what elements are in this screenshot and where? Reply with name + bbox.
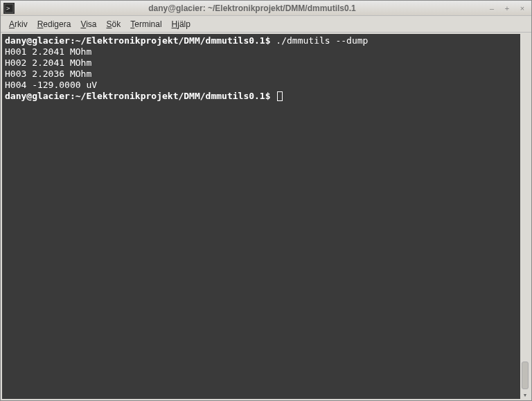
prompt-user: dany@glacier (5, 35, 70, 46)
terminal-area[interactable]: dany@glacier:~/Elektronikprojekt/DMM/dmm… (2, 34, 520, 399)
menu-visa[interactable]: Visa (76, 18, 100, 30)
menu-arkiv[interactable]: Arkiv (5, 18, 32, 30)
prompt-user: dany@glacier (5, 91, 70, 101)
output-line: H004 -129.0000 uV (5, 80, 97, 90)
prompt-symbol: $ (265, 91, 271, 101)
output-line: H002 2.2041 MOhm (5, 57, 91, 68)
menu-redigera[interactable]: Redigera (33, 18, 76, 30)
output-line: H003 2.2036 MOhm (5, 69, 91, 79)
window-controls: – + × (486, 3, 529, 13)
window-title: dany@glacier: ~/Elektronikprojekt/DMM/dm… (19, 3, 486, 13)
prompt-path: ~/Elektronikprojekt/DMM/dmmutils0.1 (76, 35, 265, 46)
cursor (277, 91, 283, 101)
close-button[interactable]: × (516, 3, 529, 13)
terminal-container: dany@glacier:~/Elektronikprojekt/DMM/dmm… (1, 33, 531, 400)
maximize-button[interactable]: + (501, 3, 513, 13)
scrollbar-down-icon[interactable]: ▾ (522, 391, 529, 399)
minimize-button[interactable]: – (486, 3, 498, 13)
output-line: H001 2.2041 MOhm (5, 46, 91, 57)
titlebar[interactable]: > dany@glacier: ~/Elektronikprojekt/DMM/… (1, 1, 531, 16)
svg-text:>: > (6, 5, 10, 12)
scrollbar-thumb[interactable] (522, 362, 529, 389)
menu-hjalp[interactable]: Hjälp (168, 18, 195, 30)
scrollbar[interactable]: ▾ (520, 34, 530, 399)
menu-terminal[interactable]: Terminal (126, 18, 166, 30)
app-icon: > (3, 3, 15, 14)
terminal-window: > dany@glacier: ~/Elektronikprojekt/DMM/… (0, 0, 532, 401)
prompt-path: ~/Elektronikprojekt/DMM/dmmutils0.1 (76, 91, 265, 101)
prompt-symbol: $ (265, 35, 271, 46)
command-text: ./dmmutils --dump (276, 35, 368, 46)
menubar: Arkiv Redigera Visa Sök Terminal Hjälp (1, 16, 531, 33)
menu-sok[interactable]: Sök (103, 18, 125, 30)
